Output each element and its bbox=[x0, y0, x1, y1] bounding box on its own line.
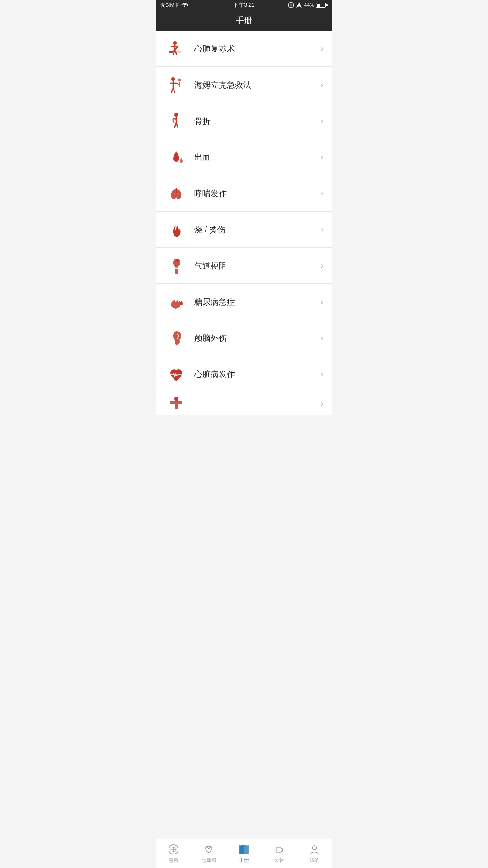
heart-chevron: › bbox=[321, 370, 323, 378]
list-item-headinjury[interactable]: 颅脑外伤 › bbox=[156, 320, 332, 356]
bleeding-icon bbox=[165, 146, 188, 169]
list-item-heimlich[interactable]: 海姆立克急救法 › bbox=[156, 67, 332, 103]
svg-point-16 bbox=[178, 78, 181, 81]
page-title: 手册 bbox=[236, 15, 252, 26]
heart-label: 心脏病发作 bbox=[194, 369, 321, 380]
headinjury-label: 颅脑外伤 bbox=[194, 333, 321, 344]
status-time: 下午3:21 bbox=[233, 1, 254, 9]
list-item-bleeding[interactable]: 出血 › bbox=[156, 139, 332, 175]
list-item-heart[interactable]: 心脏病发作 › bbox=[156, 356, 332, 392]
svg-line-10 bbox=[173, 47, 178, 51]
burn-label: 烧 / 烫伤 bbox=[194, 224, 321, 235]
cpr-label: 心肺复苏术 bbox=[194, 43, 321, 54]
list-item-airway[interactable]: 气道梗阻 › bbox=[156, 248, 332, 284]
heimlich-chevron: › bbox=[321, 81, 323, 89]
svg-point-19 bbox=[174, 113, 178, 117]
asthma-chevron: › bbox=[321, 189, 323, 198]
fracture-label: 骨折 bbox=[194, 116, 321, 127]
heimlich-icon bbox=[165, 74, 188, 96]
main-content: 心肺复苏术 › 海姆立克急救法 › bbox=[156, 31, 332, 444]
list-item-extra[interactable]: › bbox=[156, 392, 332, 415]
cpr-icon bbox=[165, 38, 188, 60]
extra-chevron: › bbox=[321, 400, 323, 408]
status-right: 44% bbox=[288, 2, 328, 8]
diabetes-icon bbox=[165, 291, 188, 313]
fracture-chevron: › bbox=[321, 117, 323, 125]
list-item-cpr[interactable]: 心肺复苏术 › bbox=[156, 31, 332, 67]
svg-marker-2 bbox=[296, 2, 302, 8]
nav-bar: 手册 bbox=[156, 10, 332, 31]
cpr-chevron: › bbox=[321, 45, 323, 53]
status-left: 无SIM卡 bbox=[160, 2, 188, 9]
heart-icon bbox=[165, 363, 188, 386]
list-item-asthma[interactable]: 哮喘发作 › bbox=[156, 175, 332, 212]
headinjury-icon bbox=[165, 327, 188, 349]
battery-percent: 44% bbox=[304, 2, 314, 8]
status-bar: 无SIM卡 下午3:21 44% bbox=[156, 0, 332, 10]
asthma-label: 哮喘发作 bbox=[194, 188, 321, 199]
extra-icon bbox=[165, 392, 188, 415]
list-item-fracture[interactable]: 骨折 › bbox=[156, 103, 332, 139]
burn-chevron: › bbox=[321, 226, 323, 234]
lock-icon bbox=[288, 2, 294, 8]
bleeding-label: 出血 bbox=[194, 152, 321, 163]
svg-point-11 bbox=[171, 77, 175, 81]
svg-point-24 bbox=[176, 259, 179, 262]
airway-icon bbox=[165, 255, 188, 277]
asthma-icon bbox=[165, 182, 188, 205]
headinjury-chevron: › bbox=[321, 334, 323, 342]
bleeding-chevron: › bbox=[321, 153, 323, 161]
list-item-diabetes[interactable]: 糖尿病急症 › bbox=[156, 284, 332, 320]
airway-chevron: › bbox=[321, 262, 323, 270]
svg-point-8 bbox=[169, 51, 174, 53]
svg-line-23 bbox=[176, 123, 178, 128]
list-container: 心肺复苏术 › 海姆立克急救法 › bbox=[156, 31, 332, 415]
wifi-icon bbox=[181, 2, 188, 8]
diabetes-chevron: › bbox=[321, 298, 323, 306]
svg-line-15 bbox=[173, 88, 175, 93]
no-sim-text: 无SIM卡 bbox=[160, 2, 179, 9]
location-icon bbox=[296, 2, 302, 8]
svg-point-26 bbox=[174, 397, 178, 401]
svg-point-3 bbox=[173, 41, 177, 45]
airway-label: 气道梗阻 bbox=[194, 260, 321, 271]
list-item-burn[interactable]: 烧 / 烫伤 › bbox=[156, 212, 332, 248]
diabetes-label: 糖尿病急症 bbox=[194, 297, 321, 307]
battery-icon bbox=[316, 3, 328, 8]
svg-point-1 bbox=[290, 4, 292, 6]
burn-icon bbox=[165, 218, 188, 241]
fracture-icon bbox=[165, 110, 188, 132]
heimlich-label: 海姆立克急救法 bbox=[194, 80, 321, 90]
